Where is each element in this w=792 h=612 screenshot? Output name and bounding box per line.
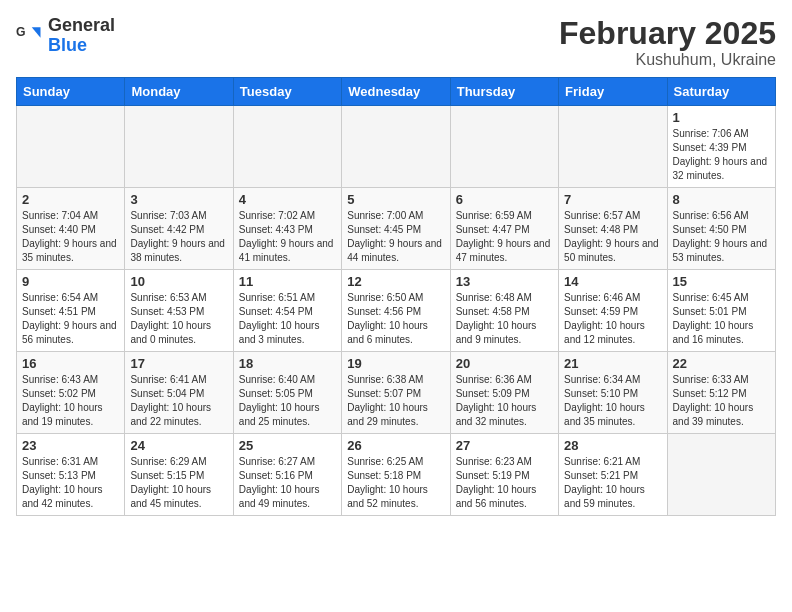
day-cell: 12Sunrise: 6:50 AM Sunset: 4:56 PM Dayli… bbox=[342, 270, 450, 352]
day-info: Sunrise: 6:40 AM Sunset: 5:05 PM Dayligh… bbox=[239, 373, 336, 429]
day-cell: 16Sunrise: 6:43 AM Sunset: 5:02 PM Dayli… bbox=[17, 352, 125, 434]
day-info: Sunrise: 6:48 AM Sunset: 4:58 PM Dayligh… bbox=[456, 291, 553, 347]
day-cell: 24Sunrise: 6:29 AM Sunset: 5:15 PM Dayli… bbox=[125, 434, 233, 516]
day-cell: 22Sunrise: 6:33 AM Sunset: 5:12 PM Dayli… bbox=[667, 352, 775, 434]
day-info: Sunrise: 6:41 AM Sunset: 5:04 PM Dayligh… bbox=[130, 373, 227, 429]
day-number: 11 bbox=[239, 274, 336, 289]
weekday-tuesday: Tuesday bbox=[233, 78, 341, 106]
calendar: SundayMondayTuesdayWednesdayThursdayFrid… bbox=[16, 77, 776, 516]
weekday-thursday: Thursday bbox=[450, 78, 558, 106]
day-number: 18 bbox=[239, 356, 336, 371]
day-info: Sunrise: 6:33 AM Sunset: 5:12 PM Dayligh… bbox=[673, 373, 770, 429]
day-cell: 7Sunrise: 6:57 AM Sunset: 4:48 PM Daylig… bbox=[559, 188, 667, 270]
day-info: Sunrise: 6:25 AM Sunset: 5:18 PM Dayligh… bbox=[347, 455, 444, 511]
day-cell bbox=[125, 106, 233, 188]
day-info: Sunrise: 6:29 AM Sunset: 5:15 PM Dayligh… bbox=[130, 455, 227, 511]
day-number: 26 bbox=[347, 438, 444, 453]
day-cell bbox=[667, 434, 775, 516]
week-row-4: 16Sunrise: 6:43 AM Sunset: 5:02 PM Dayli… bbox=[17, 352, 776, 434]
day-info: Sunrise: 6:59 AM Sunset: 4:47 PM Dayligh… bbox=[456, 209, 553, 265]
day-info: Sunrise: 6:36 AM Sunset: 5:09 PM Dayligh… bbox=[456, 373, 553, 429]
weekday-monday: Monday bbox=[125, 78, 233, 106]
day-cell: 6Sunrise: 6:59 AM Sunset: 4:47 PM Daylig… bbox=[450, 188, 558, 270]
day-number: 13 bbox=[456, 274, 553, 289]
week-row-3: 9Sunrise: 6:54 AM Sunset: 4:51 PM Daylig… bbox=[17, 270, 776, 352]
svg-marker-1 bbox=[32, 27, 41, 38]
day-cell: 1Sunrise: 7:06 AM Sunset: 4:39 PM Daylig… bbox=[667, 106, 775, 188]
day-cell: 10Sunrise: 6:53 AM Sunset: 4:53 PM Dayli… bbox=[125, 270, 233, 352]
title-block: February 2025 Kushuhum, Ukraine bbox=[559, 16, 776, 69]
day-cell: 28Sunrise: 6:21 AM Sunset: 5:21 PM Dayli… bbox=[559, 434, 667, 516]
day-info: Sunrise: 6:56 AM Sunset: 4:50 PM Dayligh… bbox=[673, 209, 770, 265]
day-number: 22 bbox=[673, 356, 770, 371]
logo-general: General bbox=[48, 16, 115, 36]
day-number: 25 bbox=[239, 438, 336, 453]
day-number: 6 bbox=[456, 192, 553, 207]
logo: G General Blue bbox=[16, 16, 115, 56]
day-info: Sunrise: 6:27 AM Sunset: 5:16 PM Dayligh… bbox=[239, 455, 336, 511]
weekday-header-row: SundayMondayTuesdayWednesdayThursdayFrid… bbox=[17, 78, 776, 106]
day-info: Sunrise: 6:57 AM Sunset: 4:48 PM Dayligh… bbox=[564, 209, 661, 265]
day-number: 17 bbox=[130, 356, 227, 371]
day-cell: 4Sunrise: 7:02 AM Sunset: 4:43 PM Daylig… bbox=[233, 188, 341, 270]
day-number: 19 bbox=[347, 356, 444, 371]
day-cell: 13Sunrise: 6:48 AM Sunset: 4:58 PM Dayli… bbox=[450, 270, 558, 352]
day-info: Sunrise: 6:50 AM Sunset: 4:56 PM Dayligh… bbox=[347, 291, 444, 347]
day-info: Sunrise: 7:02 AM Sunset: 4:43 PM Dayligh… bbox=[239, 209, 336, 265]
day-number: 2 bbox=[22, 192, 119, 207]
day-info: Sunrise: 6:53 AM Sunset: 4:53 PM Dayligh… bbox=[130, 291, 227, 347]
day-number: 4 bbox=[239, 192, 336, 207]
day-info: Sunrise: 6:34 AM Sunset: 5:10 PM Dayligh… bbox=[564, 373, 661, 429]
day-number: 9 bbox=[22, 274, 119, 289]
day-number: 15 bbox=[673, 274, 770, 289]
day-cell bbox=[450, 106, 558, 188]
week-row-2: 2Sunrise: 7:04 AM Sunset: 4:40 PM Daylig… bbox=[17, 188, 776, 270]
weekday-friday: Friday bbox=[559, 78, 667, 106]
day-cell: 23Sunrise: 6:31 AM Sunset: 5:13 PM Dayli… bbox=[17, 434, 125, 516]
weekday-wednesday: Wednesday bbox=[342, 78, 450, 106]
day-number: 20 bbox=[456, 356, 553, 371]
day-cell bbox=[559, 106, 667, 188]
day-number: 28 bbox=[564, 438, 661, 453]
day-cell bbox=[342, 106, 450, 188]
day-cell: 5Sunrise: 7:00 AM Sunset: 4:45 PM Daylig… bbox=[342, 188, 450, 270]
svg-text:G: G bbox=[16, 25, 26, 39]
day-number: 5 bbox=[347, 192, 444, 207]
day-cell bbox=[233, 106, 341, 188]
logo-blue: Blue bbox=[48, 36, 115, 56]
page-header: G General Blue February 2025 Kushuhum, U… bbox=[16, 16, 776, 69]
day-number: 8 bbox=[673, 192, 770, 207]
location-title: Kushuhum, Ukraine bbox=[559, 51, 776, 69]
day-info: Sunrise: 7:04 AM Sunset: 4:40 PM Dayligh… bbox=[22, 209, 119, 265]
day-cell: 21Sunrise: 6:34 AM Sunset: 5:10 PM Dayli… bbox=[559, 352, 667, 434]
day-cell: 20Sunrise: 6:36 AM Sunset: 5:09 PM Dayli… bbox=[450, 352, 558, 434]
day-cell: 26Sunrise: 6:25 AM Sunset: 5:18 PM Dayli… bbox=[342, 434, 450, 516]
day-number: 24 bbox=[130, 438, 227, 453]
day-cell: 15Sunrise: 6:45 AM Sunset: 5:01 PM Dayli… bbox=[667, 270, 775, 352]
week-row-5: 23Sunrise: 6:31 AM Sunset: 5:13 PM Dayli… bbox=[17, 434, 776, 516]
day-number: 27 bbox=[456, 438, 553, 453]
day-info: Sunrise: 7:06 AM Sunset: 4:39 PM Dayligh… bbox=[673, 127, 770, 183]
day-cell: 17Sunrise: 6:41 AM Sunset: 5:04 PM Dayli… bbox=[125, 352, 233, 434]
weekday-saturday: Saturday bbox=[667, 78, 775, 106]
day-info: Sunrise: 6:38 AM Sunset: 5:07 PM Dayligh… bbox=[347, 373, 444, 429]
day-info: Sunrise: 7:03 AM Sunset: 4:42 PM Dayligh… bbox=[130, 209, 227, 265]
day-cell: 2Sunrise: 7:04 AM Sunset: 4:40 PM Daylig… bbox=[17, 188, 125, 270]
day-cell: 3Sunrise: 7:03 AM Sunset: 4:42 PM Daylig… bbox=[125, 188, 233, 270]
day-cell: 14Sunrise: 6:46 AM Sunset: 4:59 PM Dayli… bbox=[559, 270, 667, 352]
day-info: Sunrise: 6:23 AM Sunset: 5:19 PM Dayligh… bbox=[456, 455, 553, 511]
day-cell: 27Sunrise: 6:23 AM Sunset: 5:19 PM Dayli… bbox=[450, 434, 558, 516]
day-number: 16 bbox=[22, 356, 119, 371]
day-number: 3 bbox=[130, 192, 227, 207]
weekday-sunday: Sunday bbox=[17, 78, 125, 106]
day-number: 23 bbox=[22, 438, 119, 453]
day-info: Sunrise: 6:31 AM Sunset: 5:13 PM Dayligh… bbox=[22, 455, 119, 511]
day-number: 12 bbox=[347, 274, 444, 289]
day-number: 10 bbox=[130, 274, 227, 289]
day-info: Sunrise: 6:54 AM Sunset: 4:51 PM Dayligh… bbox=[22, 291, 119, 347]
day-cell: 8Sunrise: 6:56 AM Sunset: 4:50 PM Daylig… bbox=[667, 188, 775, 270]
logo-icon: G bbox=[16, 22, 44, 50]
day-cell: 19Sunrise: 6:38 AM Sunset: 5:07 PM Dayli… bbox=[342, 352, 450, 434]
day-number: 21 bbox=[564, 356, 661, 371]
day-info: Sunrise: 6:51 AM Sunset: 4:54 PM Dayligh… bbox=[239, 291, 336, 347]
